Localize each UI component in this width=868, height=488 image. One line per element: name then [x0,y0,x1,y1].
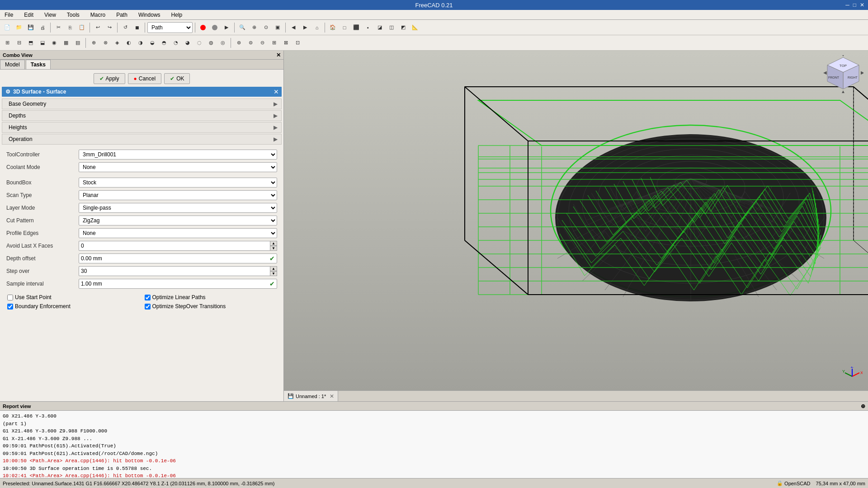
path-btn17[interactable]: ◌ [194,37,205,49]
section-operation[interactable]: Operation ▶ [2,134,282,145]
sampleinterval-input[interactable] [79,279,269,288]
report-view-expand[interactable]: ⊕ [861,403,865,409]
record-button[interactable] [198,22,208,33]
close-button[interactable]: ✕ [860,2,864,8]
refresh-button[interactable]: ↺ [120,22,131,33]
back-button[interactable]: ◀ [288,22,299,33]
path-post3[interactable]: ⊝ [257,37,268,49]
viewport-tab-close[interactable]: ✕ [330,393,334,399]
coolantmode-select[interactable]: None [79,162,277,172]
zoom-fit-button[interactable]: 🔍 [237,22,248,33]
path-btn9[interactable]: ⊗ [100,37,111,49]
profileedges-select[interactable]: None Only First Last [79,228,277,238]
copy-button[interactable]: ⎘ [65,22,75,33]
path-btn16[interactable]: ◕ [182,37,193,49]
ok-button[interactable]: ✔ OK [164,73,190,84]
path-btn18[interactable]: ◍ [206,37,217,49]
path-misc2[interactable]: ⊡ [292,37,303,49]
path-btn1[interactable]: ⊞ [2,37,13,49]
measure-button[interactable]: 📐 [410,22,420,33]
tab-model[interactable]: Model [0,60,25,69]
menu-view[interactable]: View [42,11,59,19]
path-btn14[interactable]: ◓ [159,37,170,49]
path-btn15[interactable]: ◔ [170,37,181,49]
avoidlast-input[interactable] [79,241,270,251]
combo-view-close[interactable]: ✕ [276,52,281,58]
use-start-point-checkbox[interactable] [7,295,13,300]
play-button[interactable]: ▶ [221,22,232,33]
undo-button[interactable]: ↩ [92,22,103,33]
avoidlast-down[interactable]: ▼ [270,246,277,251]
stepover-down[interactable]: ▼ [270,271,277,276]
optimize-stepover-checkbox[interactable] [145,304,151,310]
apply-button[interactable]: ✔ Apply [94,73,125,84]
section-base-geometry-header[interactable]: Base Geometry ▶ [2,99,281,109]
path-post2[interactable]: ⊜ [245,37,256,49]
viewport[interactable]: TOP RIGHT FRONT ▲ ▼ ◀ ▶ X Y Z [284,51,868,401]
section-close-button[interactable]: ✕ [274,88,279,95]
view-home-button[interactable]: 🏠 [327,22,338,33]
section-heights-header[interactable]: Heights ▶ [2,122,281,132]
menu-edit[interactable]: Edit [21,11,36,19]
path-btn3[interactable]: ⬒ [25,37,36,49]
new-button[interactable]: 📄 [2,22,13,33]
zoom-in-button[interactable]: ⊕ [249,22,259,33]
menu-help[interactable]: Help [169,11,185,19]
view-bottom-button[interactable]: ◩ [398,22,409,33]
open-button[interactable]: 📁 [14,22,24,33]
boundbox-select[interactable]: Stock BaseBoundBox [79,178,277,188]
section-depths[interactable]: Depths ▶ [2,110,282,121]
tab-tasks[interactable]: Tasks [26,60,51,69]
avoidlast-up[interactable]: ▲ [270,241,277,246]
path-btn6[interactable]: ▦ [61,37,71,49]
boundary-enforcement-checkbox[interactable] [7,304,13,310]
navigation-cube[interactable]: TOP RIGHT FRONT ▲ ▼ ◀ ▶ [823,55,863,96]
forward-button[interactable]: ▶ [300,22,311,33]
toolcontroller-select[interactable]: 3mm_Drill001 [79,150,277,160]
optimize-linear-checkbox[interactable] [145,295,151,300]
path-post4[interactable]: ⊞ [269,37,279,49]
path-btn8[interactable]: ⊕ [88,37,99,49]
minimize-button[interactable]: ─ [845,2,849,8]
view-left-button[interactable]: ◪ [374,22,385,33]
workbench-dropdown[interactable]: Path [147,22,193,33]
cut-button[interactable]: ✂ [53,22,64,33]
menu-file[interactable]: File [2,11,16,19]
cutpattern-select[interactable]: ZigZag Line Circular [79,216,277,225]
menu-path[interactable]: Path [113,11,130,19]
section-depths-header[interactable]: Depths ▶ [2,111,281,121]
section-title-header[interactable]: ⚙ 3D Surface - Surface ✕ [2,87,282,97]
print-button[interactable]: 🖨 [37,22,48,33]
path-btn12[interactable]: ◑ [135,37,146,49]
stop-button[interactable]: ⏹ [132,22,142,33]
section-heights[interactable]: Heights ▶ [2,122,282,133]
path-btn19[interactable]: ◎ [217,37,228,49]
view-right-button[interactable]: ▪ [363,22,373,33]
view-top-button[interactable]: ⬛ [351,22,362,33]
path-misc1[interactable]: ⊠ [280,37,291,49]
view3d-button[interactable]: ▣ [272,22,283,33]
viewport-tab[interactable]: 💾 Unnamed : 1* ✕ [284,391,338,401]
redo-button[interactable]: ↪ [104,22,115,33]
path-btn5[interactable]: ◉ [49,37,60,49]
section-operation-header[interactable]: Operation ▶ [2,134,281,144]
stepover-input[interactable] [79,266,270,276]
cancel-button[interactable]: ● Cancel [128,73,162,84]
view-rear-button[interactable]: ◫ [386,22,397,33]
save-button[interactable]: 💾 [25,22,36,33]
path-btn7[interactable]: ▤ [72,37,83,49]
depthoffset-input[interactable] [79,254,269,263]
scantype-select[interactable]: Planar Circular [79,190,277,200]
layermode-select[interactable]: Single-pass Multi-pass [79,203,277,213]
menu-windows[interactable]: Windows [136,11,163,19]
view-front-button[interactable]: □ [339,22,350,33]
stepover-up[interactable]: ▲ [270,266,277,271]
path-btn11[interactable]: ◐ [123,37,134,49]
report-content[interactable]: G0 X21.486 Y-3.600 (part 1) G1 X21.486 Y… [0,411,868,479]
paste-button[interactable]: 📋 [76,22,87,33]
menu-tools[interactable]: Tools [64,11,82,19]
path-post1[interactable]: ⊛ [233,37,244,49]
stop-record-button[interactable] [209,22,220,33]
view-select-button[interactable]: ⊙ [260,22,271,33]
path-btn13[interactable]: ◒ [147,37,158,49]
